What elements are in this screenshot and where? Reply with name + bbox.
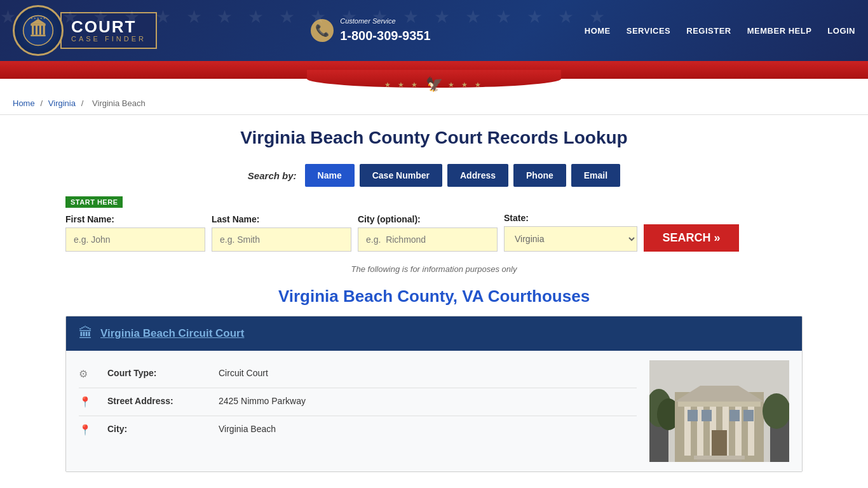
city-icon: 📍 <box>79 424 98 436</box>
nav-services[interactable]: SERVICES <box>627 26 671 36</box>
search-by-label: Search by: <box>248 170 297 181</box>
svg-rect-6 <box>31 24 45 25</box>
nav-login[interactable]: LOGIN <box>827 26 855 36</box>
stars-right: ★ ★ ★ <box>448 81 484 89</box>
street-address-value: 2425 Nimmo Parkway <box>219 396 306 406</box>
main-nav: HOME SERVICES REGISTER MEMBER HELP LOGIN <box>585 26 855 36</box>
svg-point-30 <box>763 393 789 429</box>
breadcrumb-state[interactable]: Virginia <box>48 98 76 108</box>
court-icon: 🏛 <box>79 325 93 342</box>
logo-text: COURT CASE FINDER <box>60 12 157 49</box>
svg-rect-23 <box>688 410 698 421</box>
eagle-icon: 🦅 <box>426 76 443 93</box>
city-detail-value: Virginia Beach <box>219 424 276 434</box>
nav-home[interactable]: HOME <box>585 26 611 36</box>
svg-rect-4 <box>39 25 41 35</box>
last-name-label: Last Name: <box>212 214 351 224</box>
main-content: Virginia Beach County Court Records Look… <box>53 115 815 488</box>
svg-rect-20 <box>678 402 761 407</box>
court-type-value: Circuit Court <box>219 368 268 378</box>
svg-rect-2 <box>32 25 34 35</box>
wave-banner: ★ ★ ★ 🦅 ★ ★ ★ <box>0 61 868 79</box>
svg-rect-5 <box>43 25 45 35</box>
svg-rect-3 <box>36 25 37 35</box>
svg-rect-27 <box>694 456 745 459</box>
cs-phone: 1-800-309-9351 <box>340 27 430 44</box>
court-details: ⚙ Court Type: Circuit Court 📍 Street Add… <box>79 360 637 462</box>
breadcrumb: Home / Virginia / Virginia Beach <box>0 92 868 115</box>
city-label: City (optional): <box>358 214 498 224</box>
breadcrumb-sep1: / <box>41 98 45 108</box>
last-name-input[interactable] <box>212 227 351 252</box>
state-select[interactable]: Virginia Alabama Alaska California Flori… <box>504 226 637 252</box>
street-address-label: Street Address: <box>107 396 209 406</box>
logo-court-text: COURT <box>71 18 146 35</box>
state-group: State: Virginia Alabama Alaska Californi… <box>504 213 637 252</box>
search-form-area: START HERE First Name: Last Name: City (… <box>65 196 803 252</box>
breadcrumb-container: Home / Virginia / Virginia Beach <box>0 92 868 115</box>
search-form-row: First Name: Last Name: City (optional): … <box>65 213 803 252</box>
svg-rect-7 <box>31 35 45 37</box>
tab-phone[interactable]: Phone <box>513 164 566 187</box>
first-name-group: First Name: <box>65 214 205 252</box>
first-name-label: First Name: <box>65 214 205 224</box>
svg-rect-26 <box>743 410 754 421</box>
info-note: The following is for information purpose… <box>65 264 803 274</box>
customer-service: 📞 Customer Service 1-800-309-9351 <box>311 17 430 44</box>
svg-rect-24 <box>702 410 712 421</box>
breadcrumb-sep2: / <box>81 98 86 108</box>
last-name-group: Last Name: <box>212 214 351 252</box>
cs-text: Customer Service 1-800-309-9351 <box>340 17 430 44</box>
court-type-label: Court Type: <box>107 368 209 378</box>
court-card: 🏛 Virginia Beach Circuit Court ⚙ Court T… <box>65 316 803 472</box>
breadcrumb-city: Virginia Beach <box>92 98 146 108</box>
city-detail-label: City: <box>107 424 209 434</box>
courthouses-title: Virginia Beach County, VA Courthouses <box>65 287 803 306</box>
svg-rect-25 <box>729 410 740 421</box>
nav-member-help[interactable]: MEMBER HELP <box>747 26 812 36</box>
city-row: 📍 City: Virginia Beach <box>79 416 637 444</box>
logo-badge: ★ ★ ★ ★ ★ <box>13 5 64 56</box>
first-name-input[interactable] <box>65 227 205 252</box>
eagle-emblem: ★ ★ ★ 🦅 ★ ★ ★ <box>384 76 483 93</box>
svg-rect-28 <box>697 459 742 462</box>
location-icon: 📍 <box>79 396 98 408</box>
logo-area[interactable]: ★ ★ ★ ★ ★ COURT CASE FINDER <box>13 5 157 56</box>
court-type-row: ⚙ Court Type: Circuit Court <box>79 360 637 388</box>
court-type-icon: ⚙ <box>79 368 98 380</box>
site-header: ★ ★ ★ ★ ★ COURT CASE FINDER 📞 Customer S… <box>0 0 868 61</box>
tab-case-number[interactable]: Case Number <box>360 164 442 187</box>
court-image <box>649 360 789 462</box>
tab-address[interactable]: Address <box>447 164 508 187</box>
tab-name[interactable]: Name <box>305 164 355 187</box>
cs-label: Customer Service <box>340 17 430 26</box>
logo-sub-text: CASE FINDER <box>71 35 146 43</box>
search-button[interactable]: SEARCH » <box>644 224 739 252</box>
nav-register[interactable]: REGISTER <box>686 26 731 36</box>
city-group: City (optional): <box>358 214 498 252</box>
stars-left: ★ ★ ★ <box>384 81 420 89</box>
city-input[interactable] <box>358 227 498 252</box>
street-address-row: 📍 Street Address: 2425 Nimmo Parkway <box>79 388 637 416</box>
state-label: State: <box>504 213 637 223</box>
court-name-link[interactable]: Virginia Beach Circuit Court <box>100 327 244 340</box>
page-title: Virginia Beach County Court Records Look… <box>65 128 803 148</box>
search-by-row: Search by: Name Case Number Address Phon… <box>65 164 803 187</box>
phone-icon: 📞 <box>311 19 334 42</box>
court-card-body: ⚙ Court Type: Circuit Court 📍 Street Add… <box>66 351 802 471</box>
breadcrumb-home[interactable]: Home <box>13 98 35 108</box>
tab-email[interactable]: Email <box>571 164 620 187</box>
start-here-badge: START HERE <box>65 196 123 208</box>
court-card-header: 🏛 Virginia Beach Circuit Court <box>66 316 802 351</box>
